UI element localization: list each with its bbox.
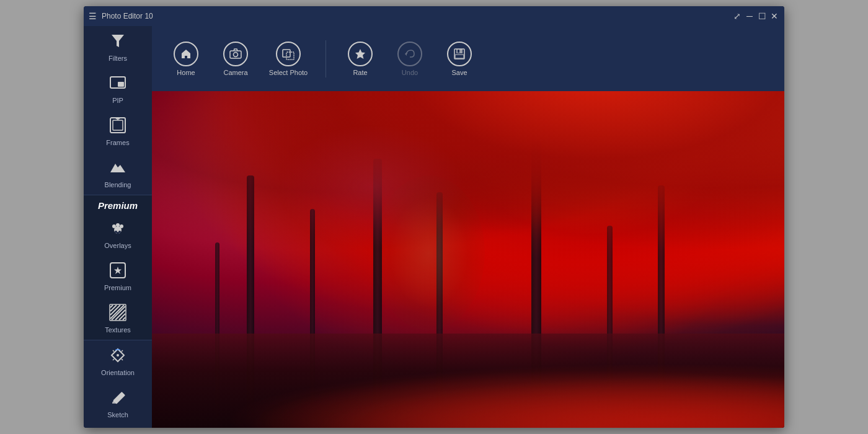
sketch-icon — [109, 389, 126, 409]
app-window: ☰ Photo Editor 10 ⤢ ─ ☐ ✕ Filters — [84, 6, 784, 428]
toolbar-save-button[interactable]: Save — [438, 42, 481, 76]
svg-point-9 — [116, 223, 120, 227]
sidebar-item-frames[interactable]: Frames — [84, 110, 152, 153]
sidebar-item-overlays[interactable]: Overlays — [84, 213, 152, 255]
svg-marker-33 — [355, 49, 365, 59]
menu-icon[interactable]: ☰ — [89, 11, 97, 21]
svg-marker-0 — [112, 35, 124, 47]
svg-rect-37 — [455, 55, 464, 58]
toolbar: Home Ca — [152, 26, 784, 91]
sidebar-label-premium: Premium — [104, 284, 131, 291]
sidebar-label-frames: Frames — [106, 139, 129, 146]
camera-icon — [223, 42, 248, 66]
toolbar-rate-label: Rate — [353, 69, 367, 76]
svg-marker-15 — [114, 267, 122, 274]
svg-point-30 — [234, 52, 238, 56]
svg-line-23 — [123, 317, 125, 320]
photo-canvas[interactable] — [152, 91, 784, 428]
minimize-button[interactable]: ─ — [745, 11, 755, 21]
svg-rect-38 — [458, 50, 459, 53]
sidebar-label-blending: Blending — [105, 181, 131, 188]
toolbar-camera-button[interactable]: Camera — [214, 42, 257, 76]
svg-marker-6 — [110, 164, 125, 172]
toolbar-undo-label: Undo — [402, 69, 418, 76]
home-icon — [174, 42, 198, 66]
frames-icon — [109, 117, 126, 136]
svg-point-8 — [112, 224, 116, 228]
paw-icon — [109, 219, 126, 239]
toolbar-select-photo-button[interactable]: Select Photo — [264, 42, 313, 76]
sidebar-item-filters[interactable]: Filters — [84, 26, 152, 68]
toolbar-right: Rate Undo — [339, 42, 481, 76]
sidebar-label-sketch: Sketch — [107, 411, 128, 418]
save-icon — [447, 42, 472, 66]
svg-rect-2 — [118, 82, 124, 87]
expand-button[interactable]: ⤢ — [732, 11, 742, 21]
title-bar-left: ☰ Photo Editor 10 — [89, 11, 153, 21]
toolbar-undo-button[interactable]: Undo — [388, 42, 432, 76]
toolbar-rate-button[interactable]: Rate — [339, 42, 382, 76]
toolbar-home-label: Home — [177, 69, 195, 76]
content-area: Home Ca — [152, 26, 784, 428]
sidebar-label-pip: PIP — [112, 97, 123, 104]
rate-icon — [348, 42, 373, 66]
sidebar-item-blending[interactable]: Blending — [84, 153, 152, 195]
select-photo-icon — [276, 42, 301, 66]
sidebar-label-orientation: Orientation — [101, 369, 135, 376]
photo-area — [152, 91, 784, 428]
sidebar-item-sketch[interactable]: Sketch — [84, 383, 152, 425]
sidebar: Filters PIP — [84, 26, 152, 428]
forest-image — [152, 91, 784, 428]
window-title: Photo Editor 10 — [102, 12, 153, 20]
close-button[interactable]: ✕ — [769, 11, 779, 21]
sidebar-item-textures[interactable]: Textures — [84, 298, 152, 340]
undo-icon — [397, 42, 422, 66]
toolbar-divider — [326, 40, 326, 78]
blending-icon — [109, 159, 126, 179]
svg-point-13 — [118, 231, 121, 233]
sidebar-label-overlays: Overlays — [104, 242, 131, 249]
ground-leaves — [152, 354, 784, 428]
sidebar-item-pip[interactable]: PIP — [84, 68, 152, 110]
window-controls: ⤢ ─ ☐ ✕ — [732, 11, 779, 21]
premium-header: Premium — [84, 195, 152, 213]
svg-marker-34 — [405, 52, 407, 56]
toolbar-camera-label: Camera — [223, 69, 247, 76]
pip-icon — [109, 74, 126, 94]
premium-section: Premium — [84, 195, 152, 340]
restore-button[interactable]: ☐ — [757, 11, 767, 21]
sidebar-label-textures: Textures — [105, 326, 131, 334]
main-content: Filters PIP — [84, 26, 784, 428]
toolbar-home-button[interactable]: Home — [164, 42, 208, 76]
svg-point-25 — [117, 354, 119, 356]
filter-icon — [109, 32, 126, 52]
toolbar-left: Home Ca — [164, 42, 313, 76]
sidebar-label-filters: Filters — [108, 55, 127, 62]
svg-rect-4 — [113, 120, 123, 130]
sparkle-icon — [109, 262, 126, 281]
textures-icon — [109, 304, 126, 324]
pink-glow — [278, 125, 464, 249]
toolbar-save-label: Save — [451, 69, 467, 76]
orientation-icon — [109, 347, 126, 366]
svg-line-16 — [110, 305, 113, 308]
svg-point-10 — [120, 224, 123, 228]
toolbar-select-photo-label: Select Photo — [269, 69, 308, 76]
sidebar-item-premium[interactable]: Premium — [84, 255, 152, 298]
sidebar-item-orientation[interactable]: Orientation — [84, 340, 152, 383]
title-bar: ☰ Photo Editor 10 ⤢ ─ ☐ ✕ — [84, 6, 784, 26]
